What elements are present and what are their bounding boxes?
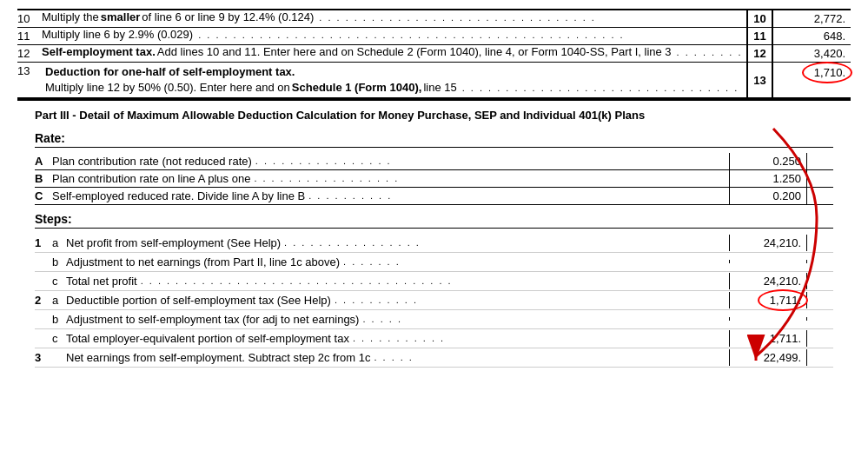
line-10-desc: Multiply the smaller of line 6 or line 9…: [42, 10, 746, 23]
line-10-text-after: of line 6 or line 9 by 12.4% (0.124): [142, 10, 314, 23]
line-12-number: 12: [17, 45, 42, 60]
line-10-box: 10: [746, 10, 772, 27]
line-10-number: 10: [17, 10, 42, 25]
step-2a-num: 2: [35, 294, 52, 307]
line-13-desc: Deduction for one-half of self-employmen…: [42, 63, 746, 97]
rate-dots-c: . . . . . . . . . .: [305, 190, 729, 201]
line-12-value: 3,420.: [772, 45, 851, 62]
step-1a-row: 1 a Net profit from self-employment (See…: [35, 234, 833, 253]
line-12-text-bold: Self-employment tax.: [42, 45, 156, 58]
line-12-row: 12 Self-employment tax. Add lines 10 and…: [17, 45, 851, 63]
step-1c-dots: . . . . . . . . . . . . . . . . . . . . …: [137, 275, 729, 286]
step-2c-dots: . . . . . . . . . . .: [349, 333, 729, 343]
rate-section: Rate: A Plan contribution rate (not redu…: [35, 131, 833, 205]
step-2a-dots: . . . . . . . . . .: [331, 295, 729, 305]
line-13-value: 1,710.: [814, 66, 845, 79]
line-12-dots: . . . . . . . . . . . . . . . . . . . . …: [673, 47, 746, 57]
rate-letter-a: A: [35, 155, 52, 168]
step-2a-row: 2 a Deductible portion of self-employmen…: [35, 291, 833, 310]
line-13-heading: Deduction for one-half of self-employmen…: [45, 65, 295, 78]
line-10-text-bold: smaller: [101, 10, 141, 23]
rate-heading: Rate:: [35, 131, 833, 148]
step-1b-value: [729, 260, 807, 263]
rate-dots-a: . . . . . . . . . . . . . . . .: [252, 156, 729, 166]
line-11-desc: Multiply line 6 by 2.9% (0.029) . . . . …: [42, 28, 746, 41]
step-1b-row: b Adjustment to net earnings (from Part …: [35, 253, 833, 272]
step-1b-letter: b: [52, 255, 66, 268]
step-2b-desc: Adjustment to self-employment tax (for a…: [66, 313, 359, 326]
line-13-subtext: Multiply line 12 by 50% (0.50). Enter he…: [45, 80, 743, 96]
line-13-text-sub: Multiply line 12 by 50% (0.50). Enter he…: [45, 80, 290, 96]
step-3-dots: . . . . .: [370, 352, 729, 362]
rate-letter-c: C: [35, 189, 52, 202]
line-10-dots: . . . . . . . . . . . . . . . . . . . . …: [315, 12, 746, 23]
line-11-dots: . . . . . . . . . . . . . . . . . . . . …: [195, 30, 746, 40]
steps-heading: Steps:: [35, 212, 833, 229]
rate-letter-b: B: [35, 172, 52, 185]
line-13-dots: . . . . . . . . . . . . . . . . . . . . …: [459, 82, 743, 95]
step-2a-value: 1,711.: [770, 294, 801, 307]
line-12-desc: Self-employment tax. Add lines 10 and 11…: [42, 45, 746, 58]
tax-lines-section: 10 Multiply the smaller of line 6 or lin…: [17, 9, 851, 99]
line-10-row: 10 Multiply the smaller of line 6 or lin…: [17, 9, 851, 28]
step-2c-desc: Total employer-equivalent portion of sel…: [66, 332, 349, 345]
step-3-row: 3 Net earnings from self-employment. Sub…: [35, 348, 833, 368]
step-2b-letter: b: [52, 313, 66, 326]
line-10-value: 2,772.: [772, 10, 851, 27]
step-1b-desc: Adjustment to net earnings (from Part II…: [66, 255, 340, 268]
step-1c-letter: c: [52, 275, 66, 288]
rate-desc-c: Self-employed reduced rate. Divide line …: [52, 189, 305, 202]
page-container: 10 Multiply the smaller of line 6 or lin…: [0, 0, 868, 383]
steps-section: Steps: 1 a Net profit from self-employme…: [35, 212, 833, 368]
step-1a-num: 1: [35, 236, 52, 249]
step-3-desc: Net earnings from self-employment. Subtr…: [66, 351, 370, 364]
rate-desc-a: Plan contribution rate (not reduced rate…: [52, 155, 252, 168]
part3-section: Part III - Detail of Maximum Allowable D…: [17, 99, 851, 374]
line-13-row: 13 Deduction for one-half of self-employ…: [17, 63, 851, 99]
step-1c-row: c Total net profit . . . . . . . . . . .…: [35, 272, 833, 291]
rate-dots-b: . . . . . . . . . . . . . . . . .: [250, 173, 729, 183]
rate-value-a: 0.250: [729, 153, 807, 169]
line-13-value-cell: 1,710.: [772, 63, 851, 97]
step-2c-letter: c: [52, 332, 66, 345]
rate-row-a: A Plan contribution rate (not reduced ra…: [35, 153, 833, 170]
rate-rows: A Plan contribution rate (not reduced ra…: [35, 153, 833, 205]
step-2c-row: c Total employer-equivalent portion of s…: [35, 329, 833, 348]
rate-desc-b: Plan contribution rate on line A plus on…: [52, 172, 250, 185]
step-2b-dots: . . . . .: [359, 314, 729, 324]
step-2b-value: [729, 317, 807, 321]
step-3-num: 3: [35, 351, 52, 364]
step-1a-letter: a: [52, 236, 66, 249]
line-11-number: 11: [17, 28, 42, 43]
part3-title: Part III - Detail of Maximum Allowable D…: [35, 108, 833, 123]
rate-row-b: B Plan contribution rate on line A plus …: [35, 170, 833, 188]
step-2a-letter: a: [52, 294, 66, 307]
line-13-text-sub2: line 15: [423, 80, 456, 96]
step-1b-dots: . . . . . . .: [340, 256, 729, 267]
step-2c-value: 1,711.: [729, 330, 807, 347]
step-3-value: 22,499.: [729, 349, 807, 366]
step-2a-value-cell: 1,711.: [729, 292, 807, 308]
step-1c-value: 24,210.: [729, 273, 807, 289]
step-1a-dots: . . . . . . . . . . . . . . . .: [281, 237, 729, 248]
rate-value-b: 1.250: [729, 170, 807, 187]
rate-row-c: C Self-employed reduced rate. Divide lin…: [35, 188, 833, 205]
line-13-box: 13: [746, 63, 772, 97]
step-2a-desc: Deductible portion of self-employment ta…: [66, 294, 331, 307]
line-11-box: 11: [746, 28, 772, 44]
line-11-row: 11 Multiply line 6 by 2.9% (0.029) . . .…: [17, 28, 851, 45]
rate-value-c: 0.200: [729, 188, 807, 204]
line-11-value: 648.: [772, 28, 851, 44]
line-13-text-bold2: Schedule 1 (Form 1040),: [292, 80, 422, 96]
line-12-text-after: Add lines 10 and 11. Enter here and on S…: [157, 45, 672, 58]
step-1a-value: 24,210.: [729, 235, 807, 251]
step-1a-desc: Net profit from self-employment (See Hel…: [66, 236, 281, 249]
line-11-text: Multiply line 6 by 2.9% (0.029): [42, 28, 193, 41]
line-10-text-before: Multiply the: [42, 10, 99, 23]
step-2b-row: b Adjustment to self-employment tax (for…: [35, 310, 833, 329]
line-12-box: 12: [746, 45, 772, 62]
step-1c-desc: Total net profit: [66, 275, 137, 288]
line-13-number: 13: [17, 63, 42, 97]
